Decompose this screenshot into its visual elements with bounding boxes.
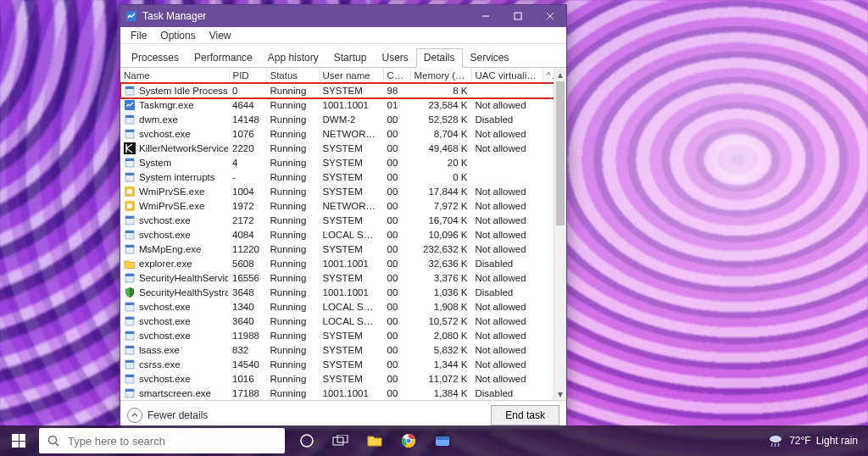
process-memory: 8 K bbox=[410, 83, 471, 98]
process-uac: Disabled bbox=[471, 386, 554, 401]
process-cpu: 00 bbox=[383, 127, 410, 142]
process-pid: 3640 bbox=[229, 314, 266, 329]
column-headers[interactable]: Name PID Status User name CPU Memory (ac… bbox=[120, 68, 554, 83]
start-button[interactable] bbox=[0, 425, 37, 456]
table-row[interactable]: smartscreen.exe17188Running1001.1001001,… bbox=[120, 386, 554, 401]
process-cpu: 00 bbox=[383, 156, 410, 170]
process-status: Running bbox=[266, 113, 319, 127]
vertical-scrollbar[interactable]: ▴ ▾ bbox=[554, 68, 566, 400]
chevron-up-icon bbox=[127, 408, 142, 423]
svg-point-18 bbox=[127, 189, 132, 194]
process-list[interactable]: Name PID Status User name CPU Memory (ac… bbox=[120, 68, 554, 400]
tab-services[interactable]: Services bbox=[463, 48, 517, 68]
svg-rect-40 bbox=[125, 375, 134, 377]
search-input[interactable] bbox=[68, 435, 285, 448]
process-name: SecurityHealthServic... bbox=[139, 273, 229, 283]
process-pid: 1016 bbox=[229, 372, 266, 386]
process-pid: 17188 bbox=[229, 386, 266, 401]
table-row[interactable]: svchost.exe1076RunningNETWORK ...008,704… bbox=[120, 127, 554, 142]
process-name: svchost.exe bbox=[139, 331, 191, 341]
tab-users[interactable]: Users bbox=[374, 48, 415, 68]
svg-rect-32 bbox=[125, 317, 134, 320]
scroll-thumb[interactable] bbox=[556, 81, 565, 225]
table-row[interactable]: System4RunningSYSTEM0020 K bbox=[120, 156, 554, 170]
menu-options[interactable]: Options bbox=[153, 29, 202, 42]
process-status: Running bbox=[266, 156, 319, 170]
svg-rect-24 bbox=[125, 231, 134, 233]
process-name: WmiPrvSE.exe bbox=[139, 201, 204, 211]
scroll-up-icon[interactable]: ▴ bbox=[554, 68, 566, 81]
table-row[interactable]: KillerNetworkService...2220RunningSYSTEM… bbox=[120, 142, 554, 156]
app-button[interactable] bbox=[426, 425, 459, 456]
table-row[interactable]: svchost.exe11988RunningSYSTEM002,080 KNo… bbox=[120, 329, 554, 343]
process-cpu: 01 bbox=[383, 98, 410, 113]
cortana-button[interactable] bbox=[290, 425, 324, 456]
process-uac: Not allowed bbox=[471, 329, 554, 343]
file-explorer-button[interactable] bbox=[358, 425, 392, 456]
process-cpu: 00 bbox=[383, 271, 410, 286]
table-row[interactable]: svchost.exe1340RunningLOCAL SER...001,90… bbox=[120, 300, 554, 314]
weather-widget[interactable]: 72°F Light rain bbox=[757, 425, 868, 456]
tab-details[interactable]: Details bbox=[416, 48, 463, 68]
table-row[interactable]: svchost.exe3640RunningLOCAL SER...0010,5… bbox=[120, 314, 554, 329]
process-status: Running bbox=[266, 343, 319, 358]
scroll-down-icon[interactable]: ▾ bbox=[554, 387, 566, 400]
table-row[interactable]: WmiPrvSE.exe1004RunningSYSTEM0017,844 KN… bbox=[120, 185, 554, 199]
tab-app-history[interactable]: App history bbox=[260, 48, 326, 68]
table-row[interactable]: Taskmgr.exe4644Running1001.10010123,584 … bbox=[120, 98, 554, 113]
process-pid: 14540 bbox=[229, 358, 266, 372]
chrome-button[interactable] bbox=[392, 425, 426, 456]
svg-rect-14 bbox=[125, 158, 134, 161]
table-row[interactable]: svchost.exe2172RunningSYSTEM0016,704 KNo… bbox=[120, 214, 554, 228]
table-row[interactable]: lsass.exe832RunningSYSTEM005,832 KNot al… bbox=[120, 343, 554, 358]
titlebar[interactable]: Task Manager bbox=[120, 5, 566, 27]
process-pid: 2172 bbox=[229, 214, 266, 228]
col-pid[interactable]: PID bbox=[229, 68, 266, 83]
process-user: 1001.1001 bbox=[319, 98, 383, 113]
table-row[interactable]: SecurityHealthServic...16556RunningSYSTE… bbox=[120, 271, 554, 286]
process-uac: Not allowed bbox=[471, 214, 554, 228]
tab-startup[interactable]: Startup bbox=[326, 48, 375, 68]
table-row[interactable]: MsMpEng.exe11220RunningSYSTEM00232,632 K… bbox=[120, 242, 554, 257]
menu-file[interactable]: File bbox=[124, 29, 153, 42]
menu-view[interactable]: View bbox=[203, 29, 238, 42]
process-user: NETWORK ... bbox=[319, 199, 383, 214]
table-row[interactable]: csrss.exe14540RunningSYSTEM001,344 KNot … bbox=[120, 358, 554, 372]
process-name: MsMpEng.exe bbox=[139, 244, 202, 254]
col-user[interactable]: User name bbox=[319, 68, 383, 83]
tab-performance[interactable]: Performance bbox=[186, 48, 260, 68]
process-icon bbox=[124, 373, 136, 385]
process-memory: 49,468 K bbox=[410, 142, 471, 156]
close-button[interactable] bbox=[534, 5, 566, 27]
table-row[interactable]: System Idle Process0RunningSYSTEM988 K bbox=[120, 83, 554, 98]
process-uac: Not allowed bbox=[471, 372, 554, 386]
table-row[interactable]: svchost.exe4084RunningLOCAL SER...0010,0… bbox=[120, 228, 554, 242]
process-pid: 0 bbox=[229, 83, 266, 98]
col-status[interactable]: Status bbox=[266, 68, 319, 83]
table-row[interactable]: SecurityHealthSystray...3648Running1001.… bbox=[120, 286, 554, 300]
table-row[interactable]: System interrupts-RunningSYSTEM000 K bbox=[120, 170, 554, 185]
end-task-button[interactable]: End task bbox=[491, 405, 559, 425]
col-memory[interactable]: Memory (ac... bbox=[410, 68, 471, 83]
svg-rect-16 bbox=[125, 173, 134, 175]
process-user: LOCAL SER... bbox=[319, 314, 383, 329]
process-icon bbox=[124, 200, 136, 212]
fewer-details-label: Fewer details bbox=[147, 409, 208, 421]
tab-processes[interactable]: Processes bbox=[124, 48, 186, 68]
table-row[interactable]: explorer.exe5608Running1001.10010032,636… bbox=[120, 257, 554, 271]
process-icon bbox=[124, 157, 136, 169]
taskbar-search[interactable] bbox=[39, 428, 285, 453]
col-cpu[interactable]: CPU bbox=[383, 68, 410, 83]
fewer-details-toggle[interactable]: Fewer details bbox=[127, 408, 208, 423]
process-pid: 14148 bbox=[229, 113, 266, 127]
maximize-button[interactable] bbox=[502, 5, 534, 27]
table-row[interactable]: dwm.exe14148RunningDWM-20052,528 KDisabl… bbox=[120, 113, 554, 127]
task-view-button[interactable] bbox=[324, 425, 358, 456]
col-uac[interactable]: UAC virtualizati... bbox=[471, 68, 542, 83]
col-name[interactable]: Name bbox=[120, 68, 229, 83]
table-row[interactable]: WmiPrvSE.exe1972RunningNETWORK ...007,97… bbox=[120, 199, 554, 214]
table-row[interactable]: svchost.exe1016RunningSYSTEM0011,072 KNo… bbox=[120, 372, 554, 386]
minimize-button[interactable] bbox=[470, 5, 502, 27]
taskbar: 72°F Light rain bbox=[0, 425, 868, 456]
process-status: Running bbox=[266, 199, 319, 214]
